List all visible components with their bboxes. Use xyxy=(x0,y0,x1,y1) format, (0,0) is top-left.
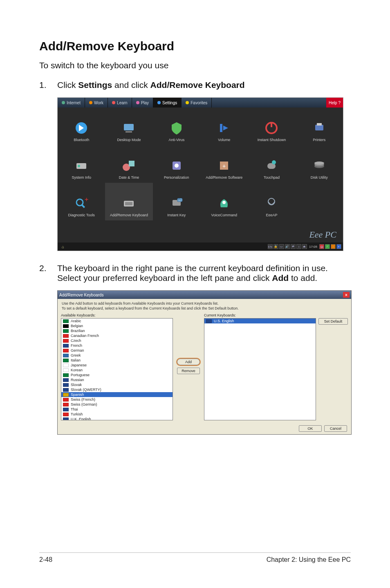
settings-item-icon xyxy=(121,120,137,136)
settings-item-eeeap[interactable]: EeeAP xyxy=(248,183,295,220)
settings-item-label: Personalization xyxy=(164,175,189,180)
step1-text-a: Click xyxy=(57,80,78,90)
tray-arrow-icon[interactable]: ▸ xyxy=(336,244,341,249)
keyboard-item[interactable]: Portuguese xyxy=(61,373,173,377)
add-remove-keyboards-dialog: Add/Remove Keyboards × Use the Add butto… xyxy=(57,290,352,435)
keyboard-item[interactable]: U.K. English xyxy=(61,417,173,420)
settings-item-label: System Info xyxy=(72,175,91,180)
settings-item-system-info[interactable]: System Info xyxy=(58,145,105,183)
transfer-buttons: Add Remove xyxy=(175,312,202,420)
keyboard-item[interactable]: Korean xyxy=(61,368,173,373)
keyboard-item[interactable]: Slovak xyxy=(61,382,173,387)
settings-item-instant-shutdown[interactable]: Instant Shutdown xyxy=(248,108,295,145)
keyboard-item[interactable]: Belgian xyxy=(61,323,173,328)
add-button[interactable]: Add xyxy=(177,359,200,365)
system-tray: ⌂ EN 🔒 ▭ 🔊 ⇄ ᚼ ⏏ 17:05 ⏻ ✓ ! ▸ xyxy=(58,242,343,251)
keyboard-item-label: Turkish xyxy=(71,412,83,416)
settings-item-date-time[interactable]: Date & Time xyxy=(105,145,152,183)
keyboard-item[interactable]: Czech xyxy=(61,338,173,343)
keyboard-item[interactable]: Swiss (German) xyxy=(61,402,173,407)
settings-item-bluetooth[interactable]: Bluetooth xyxy=(58,108,105,145)
tray-warn-icon[interactable]: ! xyxy=(331,244,336,249)
keyboard-item[interactable]: Brazilian xyxy=(61,328,173,333)
tab-work[interactable]: Work xyxy=(85,98,108,108)
settings-item-voicecommand[interactable]: VoiceCommand xyxy=(200,183,248,220)
svg-rect-1 xyxy=(124,124,134,130)
settings-item-printers[interactable]: Printers xyxy=(296,108,343,145)
cancel-button[interactable]: Cancel xyxy=(324,425,347,432)
tray-monitor-icon[interactable]: ▭ xyxy=(279,244,284,249)
keyboard-item[interactable]: Arabic xyxy=(61,319,173,323)
keyboard-item[interactable]: Japanese xyxy=(61,363,173,368)
available-keyboards-list[interactable]: ArabicBelgianBrazilianCanadian FrenchCze… xyxy=(61,318,173,420)
flag-icon xyxy=(63,373,69,377)
keyboard-item[interactable]: French xyxy=(61,343,173,348)
keyboard-item[interactable]: German xyxy=(61,348,173,353)
tab-internet[interactable]: Internet xyxy=(58,98,85,108)
tray-power-icon[interactable]: ⏻ xyxy=(319,244,324,249)
ok-button[interactable]: OK xyxy=(299,425,322,432)
settings-item-volume[interactable]: Volume xyxy=(200,108,248,145)
tab-bar: Internet Work Learn Play Settings Favori… xyxy=(58,98,343,108)
tray-ok-icon[interactable]: ✓ xyxy=(325,244,330,249)
current-keyboards-list[interactable]: U.S. English xyxy=(204,318,316,420)
settings-item-diagnostic-tools[interactable]: +Diagnostic Tools xyxy=(58,183,105,220)
tray-kbd-icon[interactable]: EN xyxy=(268,244,273,249)
settings-item-icon xyxy=(168,120,185,136)
flag-icon xyxy=(63,344,69,348)
dialog-hint: Use the Add button to add keyboards from… xyxy=(58,299,351,312)
settings-item-disk-utility[interactable]: Disk Utility xyxy=(296,145,343,183)
settings-item-personalization[interactable]: Personalization xyxy=(153,145,200,183)
remove-button[interactable]: Remove xyxy=(177,368,200,374)
tray-bt-icon[interactable]: ᚼ xyxy=(296,244,301,249)
keyboard-item[interactable]: Italian xyxy=(61,358,173,363)
set-default-button[interactable]: Set Default xyxy=(318,318,348,325)
tray-lock-icon[interactable]: 🔒 xyxy=(273,244,278,249)
settings-item-desktop-mode[interactable]: Desktop Mode xyxy=(105,108,152,145)
home-icon[interactable]: ⌂ xyxy=(59,245,64,249)
chapter-label: Chapter 2: Using the Eee PC xyxy=(267,556,351,563)
settings-item-label: Add/Remove Software xyxy=(206,175,242,180)
flag-icon xyxy=(63,383,69,387)
settings-item-add-remove-keyboard[interactable]: Add/Remove Keyboard xyxy=(105,183,152,220)
available-column: Available Keyboards: ArabicBelgianBrazil… xyxy=(61,312,173,420)
settings-item-add-remove-software[interactable]: +Add/Remove Software xyxy=(200,145,248,183)
tray-volume-icon[interactable]: 🔊 xyxy=(285,244,290,249)
flag-icon xyxy=(63,388,69,392)
step2-text-b: to add. xyxy=(289,273,317,283)
settings-item-touchpad[interactable]: Touchpad xyxy=(248,145,295,183)
keyboard-item[interactable]: U.S. English xyxy=(204,319,316,323)
flag-icon xyxy=(63,413,69,416)
settings-item-label: Instant Shutdown xyxy=(258,138,286,142)
settings-item-anti-virus[interactable]: Anti-Virus xyxy=(153,108,200,145)
tab-settings[interactable]: Settings xyxy=(153,98,182,108)
tab-learn[interactable]: Learn xyxy=(108,98,132,108)
keyboard-item[interactable]: Spanish xyxy=(61,392,173,397)
flag-icon xyxy=(63,398,69,402)
settings-window: Internet Work Learn Play Settings Favori… xyxy=(57,97,343,251)
tab-favorites[interactable]: Favorites xyxy=(182,98,212,108)
keyboard-item[interactable]: Canadian French xyxy=(61,333,173,338)
keyboard-item[interactable]: Greek xyxy=(61,353,173,358)
keyboard-item[interactable]: Swiss (French) xyxy=(61,397,173,402)
keyboard-item[interactable]: Thai xyxy=(61,407,173,412)
tab-play[interactable]: Play xyxy=(132,98,153,108)
settings-item-label: Volume xyxy=(218,138,230,142)
flag-icon xyxy=(63,329,69,333)
help-button[interactable]: Help ? xyxy=(326,98,343,108)
keyboard-item[interactable]: Turkish xyxy=(61,412,173,417)
keyboard-item[interactable]: Russian xyxy=(61,377,173,382)
svg-point-17 xyxy=(272,160,276,164)
close-icon[interactable]: × xyxy=(343,292,350,298)
tray-usb-icon[interactable]: ⏏ xyxy=(302,244,307,249)
tray-network-icon[interactable]: ⇄ xyxy=(291,244,296,249)
keyboard-item-label: Swiss (German) xyxy=(71,402,97,406)
flag-icon xyxy=(63,368,69,372)
keyboard-item[interactable]: Slovak (QWERTY) xyxy=(61,387,173,392)
settings-item-label: Printers xyxy=(313,138,325,142)
keyboard-item-label: Italian xyxy=(71,358,81,362)
keyboard-item-label: Korean xyxy=(71,368,83,372)
help-label: Help xyxy=(329,101,337,105)
settings-item-instant-key[interactable]: FnInstant Key xyxy=(153,183,200,220)
dialog-title: Add/Remove Keyboards xyxy=(59,293,103,297)
